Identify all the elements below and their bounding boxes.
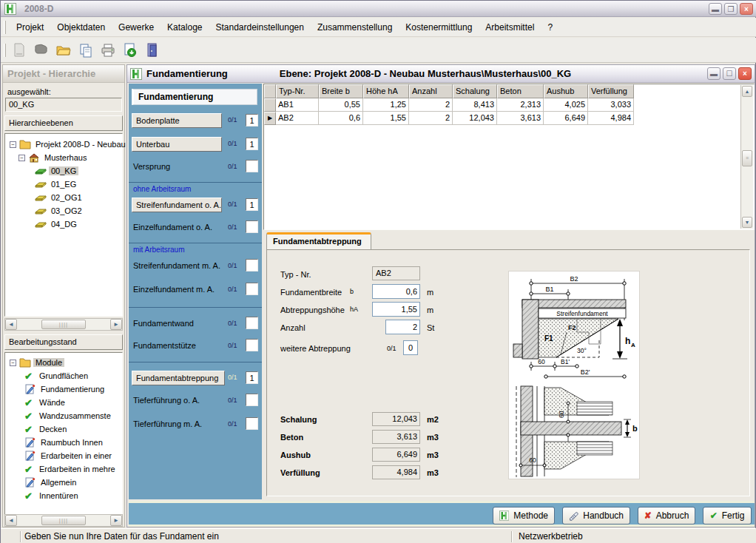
hierarchy-hscrollbar[interactable]: ◄ |||| ► xyxy=(4,318,123,331)
tree-node-building[interactable]: − Musterhaus xyxy=(18,151,89,164)
status-item[interactable]: ✔Grundflächen xyxy=(24,369,90,382)
scroll-thumb[interactable]: ≡ xyxy=(742,150,752,166)
module-count-box[interactable] xyxy=(246,259,258,272)
module-count-box[interactable] xyxy=(246,317,258,329)
refresh-export-icon[interactable] xyxy=(121,41,140,60)
status-hscrollbar[interactable]: ◄ |||| ► xyxy=(4,514,123,527)
col-verfuellung[interactable]: Verfüllung xyxy=(588,84,634,98)
scroll-left-icon[interactable]: ◄ xyxy=(5,319,17,330)
tree-node-floor[interactable]: 04_DG xyxy=(35,217,79,231)
status-item[interactable]: Fundamentierung xyxy=(24,382,107,396)
scroll-left-icon[interactable]: ◄ xyxy=(5,515,17,526)
menu-objektdaten[interactable]: Objektdaten xyxy=(50,19,112,36)
module-versprung-label[interactable]: Versprung xyxy=(133,162,170,172)
collapse-icon[interactable]: − xyxy=(10,141,16,148)
tree-node-floor[interactable]: 03_OG2 xyxy=(35,204,84,217)
close-button[interactable]: × xyxy=(740,3,753,15)
menu-projekt[interactable]: Projekt xyxy=(10,19,50,36)
menu-kataloge[interactable]: Kataloge xyxy=(161,19,209,36)
status-item[interactable]: Erdarbeiten in einer xyxy=(24,449,114,462)
module-count-box[interactable] xyxy=(246,160,258,172)
hoehe-input[interactable] xyxy=(372,302,420,317)
minimize-button[interactable]: ▬ xyxy=(709,3,722,15)
handbuch-button[interactable]: Handbuch xyxy=(562,507,630,525)
col-schalung[interactable]: Schalung xyxy=(453,84,497,98)
copy-icon[interactable] xyxy=(76,41,95,60)
tree-node-module[interactable]: − Module xyxy=(10,356,64,369)
scroll-right-icon[interactable]: ► xyxy=(110,319,122,330)
module-fundamentstuetze-label[interactable]: Fundamentstütze xyxy=(133,341,196,351)
module-count-box[interactable] xyxy=(246,339,258,351)
module-bodenplatte-button[interactable]: Bodenplatte xyxy=(132,113,222,128)
scroll-thumb[interactable]: |||| xyxy=(41,516,86,525)
module-count-box[interactable]: 1 xyxy=(246,371,258,384)
module-count-box[interactable] xyxy=(246,417,258,430)
col-hoehe[interactable]: Höhe hA xyxy=(363,84,409,98)
scroll-down-icon[interactable]: ▼ xyxy=(742,217,752,228)
module-einzelfundament-oa-label[interactable]: Einzelfundament o. A. xyxy=(133,223,212,233)
table-row[interactable]: AB1 0,55 1,25 2 8,413 2,313 4,025 3,033 xyxy=(264,98,754,112)
table-vscrollbar[interactable]: ▲ ≡ ▼ xyxy=(740,85,753,229)
module-count-box[interactable]: 1 xyxy=(246,114,258,127)
bearbeitungsstand-header[interactable]: Bearbeitungsstand xyxy=(4,334,123,350)
status-item[interactable]: ✔Decken xyxy=(24,422,69,436)
module-streifenfundament-oa-button[interactable]: Streifenfundament o. A. xyxy=(132,198,222,212)
module-unterbau-button[interactable]: Unterbau xyxy=(132,137,222,152)
menu-zusammenstellung[interactable]: Zusammenstellung xyxy=(311,19,399,36)
status-item[interactable]: ✔Erdarbeiten in mehre xyxy=(24,462,118,476)
fertig-button[interactable]: ✔ Fertig xyxy=(703,507,752,525)
status-item[interactable]: ✔Wände xyxy=(24,396,67,409)
open-project-icon[interactable] xyxy=(32,41,51,60)
print-icon[interactable] xyxy=(98,41,118,60)
selected-value-field[interactable]: 00_KG xyxy=(5,98,122,112)
tree-node-floor[interactable]: 00_KG xyxy=(35,164,78,178)
col-beton[interactable]: Beton xyxy=(497,84,544,98)
scroll-right-icon[interactable]: ► xyxy=(110,515,122,526)
abbruch-button[interactable]: ✘ Abbruch xyxy=(638,507,695,525)
folder-open-icon[interactable] xyxy=(54,41,73,60)
menu-standardeinstellungen[interactable]: Standardeinstellungen xyxy=(209,19,310,36)
restore-button[interactable]: ❐ xyxy=(724,3,738,15)
exit-door-icon[interactable] xyxy=(143,41,162,60)
menu-arbeitsmittel[interactable]: Arbeitsmittel xyxy=(479,19,541,36)
status-item[interactable]: Raumbuch Innen xyxy=(24,436,105,449)
module-tieferfuehrung-ma-label[interactable]: Tieferführung m. A. xyxy=(133,419,202,430)
scroll-up-icon[interactable]: ▲ xyxy=(742,86,752,97)
tree-node-floor[interactable]: 01_EG xyxy=(35,178,78,191)
tab-fundamentabtreppung[interactable]: Fundamentabtreppung xyxy=(266,232,371,249)
hierarchy-levels-header[interactable]: Hierarchieebenen xyxy=(4,115,123,131)
module-fundamentabtreppung-button[interactable]: Fundamentabtreppung xyxy=(132,371,225,385)
module-count-box[interactable]: 1 xyxy=(246,138,258,150)
status-item[interactable]: ✔Wandzusammenste xyxy=(24,409,113,422)
methode-button[interactable]: Methode xyxy=(493,507,555,525)
module-tieferfuehrung-oa-label[interactable]: Tieferführung o. A. xyxy=(133,396,200,406)
module-fundamentwand-label[interactable]: Fundamentwand xyxy=(133,319,194,329)
collapse-icon[interactable]: − xyxy=(10,360,16,366)
module-count-box[interactable] xyxy=(246,394,258,406)
menu-gewerke[interactable]: Gewerke xyxy=(112,19,161,36)
col-anzahl[interactable]: Anzahl xyxy=(409,84,453,98)
module-count-box[interactable] xyxy=(246,220,258,233)
table-row-selected[interactable]: ▶ AB2 0,6 1,55 2 12,043 3,613 6,649 4,98… xyxy=(264,112,754,125)
tree-node-project[interactable]: − Projekt 2008-D - Neubau xyxy=(10,138,128,151)
inner-minimize-button[interactable]: ▬ xyxy=(707,67,720,80)
status-item[interactable]: ✔Innentüren xyxy=(24,489,81,502)
col-typnr[interactable]: Typ-Nr. xyxy=(276,84,319,98)
module-count-box[interactable]: 1 xyxy=(246,198,258,211)
anzahl-input[interactable] xyxy=(385,320,420,334)
menu-kostenermittlung[interactable]: Kostenermittlung xyxy=(399,19,479,36)
col-breite[interactable]: Breite b xyxy=(319,84,363,98)
status-item[interactable]: Allgemein xyxy=(24,476,78,489)
new-document-icon[interactable] xyxy=(10,41,29,60)
module-count-box[interactable] xyxy=(246,283,258,295)
breite-input[interactable] xyxy=(372,284,420,299)
collapse-icon[interactable]: − xyxy=(18,155,25,161)
weitere-input[interactable] xyxy=(403,340,418,355)
module-einzelfundament-ma-label[interactable]: Einzelfundament m. A. xyxy=(133,285,215,295)
col-aushub[interactable]: Aushub xyxy=(544,84,588,98)
menu-help[interactable]: ? xyxy=(541,19,559,36)
inner-close-button[interactable]: × xyxy=(738,67,752,80)
module-streifenfundament-ma-label[interactable]: Streifenfundament m. A. xyxy=(133,261,220,272)
inner-maximize-button[interactable]: ☐ xyxy=(723,67,736,80)
tree-node-floor[interactable]: 02_OG1 xyxy=(35,191,84,204)
